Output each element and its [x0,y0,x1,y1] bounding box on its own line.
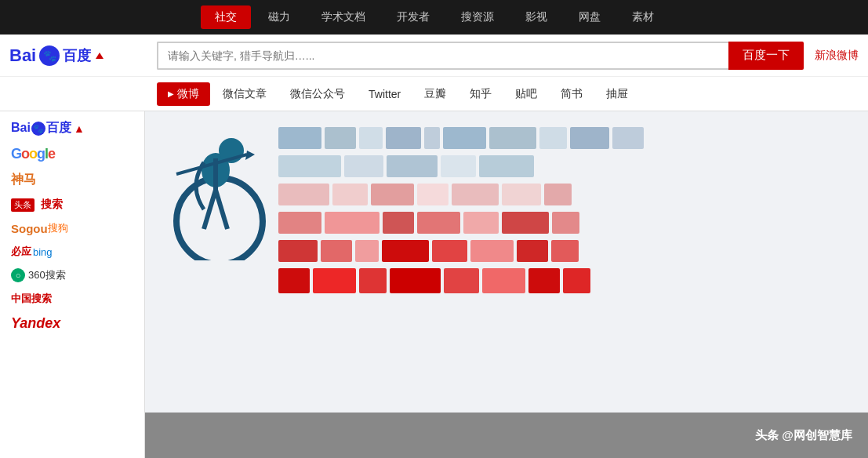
logo-area [153,119,278,268]
nav-item-video[interactable]: 影视 [511,5,561,29]
social-btn-wechat-article[interactable]: 微信文章 [212,82,278,106]
toutiao-search-label: 搜索 [41,198,63,212]
search-row: Bai 🐾 百度 百度一下 新浪微博 [0,35,868,77]
svg-point-0 [176,178,263,260]
social-btn-weibo[interactable]: 微博 [157,82,210,106]
top-navigation: 社交 磁力 学术文档 开发者 搜资源 影视 网盘 素材 [0,0,868,35]
left-sidebar: Bai🐾百度 ▲ Google 神马 头条 搜索 Sogou 搜狗 必应 bin… [0,111,145,458]
social-btn-wechat-mp[interactable]: 微信公众号 [279,82,356,106]
nav-item-material[interactable]: 素材 [618,5,668,29]
social-btn-chouti[interactable]: 抽屉 [595,82,639,106]
baidu-logo[interactable]: Bai 🐾 百度 [9,45,104,66]
sidebar-engine-yandex[interactable]: Yandex [0,311,144,336]
svg-line-5 [204,190,216,229]
sina-weibo-link[interactable]: 新浪微博 [815,49,859,63]
360-label: 360搜索 [28,268,66,282]
google-logo: Google [11,146,55,162]
nav-item-netdisk[interactable]: 网盘 [565,5,615,29]
sidebar-engine-shenma[interactable]: 神马 [0,168,144,192]
bottom-bar: 头条 @网创智慧库 [145,413,868,458]
archer-logo-svg [161,127,271,260]
social-bar: 微博 微信文章 微信公众号 Twitter 豆瓣 知乎 贴吧 简书 抽屉 [0,77,868,111]
baidu-text: 百度 [63,46,91,65]
yandex-logo: Yandex [11,315,60,332]
social-btn-jianshu[interactable]: 简书 [550,82,594,106]
sidebar-engine-google[interactable]: Google [0,142,144,166]
social-btn-twitter[interactable]: Twitter [358,83,412,105]
sidebar-engine-360[interactable]: ○ 360搜索 [0,264,144,286]
baidu-paw-icon: 🐾 [39,45,60,66]
biying-label: 必应 [11,245,31,259]
svg-marker-4 [245,151,255,160]
baidu-logo-sidebar: Bai🐾百度 [11,120,71,136]
nav-item-developer[interactable]: 开发者 [383,5,444,29]
social-btn-douban[interactable]: 豆瓣 [413,82,457,106]
sogou-logo: Sogou [11,222,48,235]
social-btn-zhihu[interactable]: 知乎 [459,82,503,106]
content-area: 头条 @网创智慧库 [145,111,868,458]
toutiao-badge: 头条 [11,198,35,212]
main-area: Bai🐾百度 ▲ Google 神马 头条 搜索 Sogou 搜狗 必应 bin… [0,111,868,458]
search-button[interactable]: 百度一下 [728,42,804,70]
sidebar-engine-toutiao[interactable]: 头条 搜索 [0,194,144,216]
pixel-block-area [278,119,860,411]
sogou-cn-logo: 搜狗 [48,221,68,235]
nav-item-social[interactable]: 社交 [201,5,251,29]
bottom-bar-label: 头条 @网创智慧库 [755,428,852,443]
svg-line-6 [216,190,227,229]
sidebar-engine-baidu[interactable]: Bai🐾百度 ▲ [0,116,144,140]
sidebar-engine-china[interactable]: 中国搜索 [0,288,144,310]
baidu-triangle-icon [96,53,104,59]
bing-label: bing [33,246,53,258]
shenma-logo: 神马 [11,172,36,188]
sidebar-engine-bing[interactable]: 必应 bing [0,241,144,263]
baidu-bai: Bai [9,45,36,66]
sidebar-engine-sogou[interactable]: Sogou 搜狗 [0,217,144,239]
nav-item-resources[interactable]: 搜资源 [447,5,508,29]
social-btn-tieba[interactable]: 贴吧 [504,82,548,106]
search-input[interactable] [157,42,728,70]
baidu-arrow-icon: ▲ [74,122,85,135]
nav-item-academic[interactable]: 学术文档 [307,5,380,29]
china-search-label: 中国搜索 [11,292,52,306]
nav-item-magnetic[interactable]: 磁力 [254,5,304,29]
360-icon: ○ [11,268,25,282]
